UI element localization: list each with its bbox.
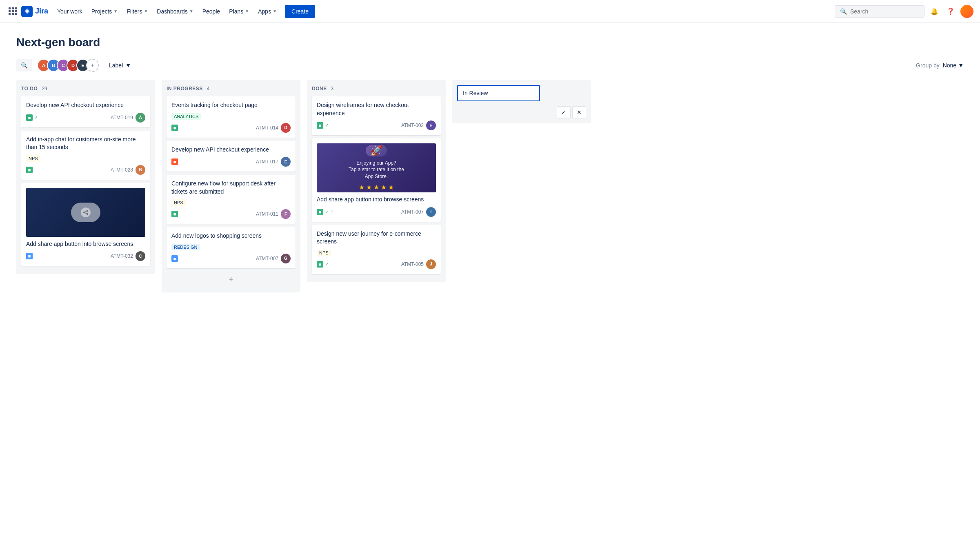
card-events-tracking[interactable]: Events tracking for checkout page ANALYT… [167,96,296,138]
card-id: ATMT-002 [401,123,424,128]
svg-point-1 [87,210,88,212]
story-icon: ■ [171,211,178,217]
label-filter-button[interactable]: Label ▼ [104,60,136,71]
grid-menu-button[interactable] [7,5,20,18]
column-in-review: ✓ ✕ [452,80,591,123]
column-inprogress-title: IN PROGRESS [167,86,203,91]
nav-your-work[interactable]: Your work [53,6,87,17]
story-icon: ■ [26,167,33,173]
column-done-count: 3 [331,86,334,91]
label-chevron-icon: ▼ [125,62,131,69]
apps-chevron: ▼ [273,9,277,13]
card-id: ATMT-017 [256,159,278,165]
card-footer: ■ ✓ ATMT-002 H [317,120,436,130]
share-button-demo [71,203,100,222]
card-id: ATMT-007 [256,256,278,261]
cancel-column-button[interactable]: ✕ [572,106,586,118]
card-title: Events tracking for checkout page [171,101,291,109]
card-id: ATMT-028 [111,167,133,173]
share-icon [81,207,91,217]
card-meta: ATMT-017 E [256,157,291,167]
card-avatar: J [426,259,436,269]
branch-icon: ⑂ [331,209,333,215]
card-id: ATMT-032 [111,253,133,259]
card-avatar: F [281,209,291,219]
card-meta: ATMT-007 G [256,254,291,263]
card-icons: ■ [171,255,178,262]
column-todo: TO DO 29 Develop new API checkout experi… [16,80,155,274]
story-icon: ■ [317,209,323,215]
column-todo-header: TO DO 29 [21,85,150,91]
board-search-icon: 🔍 [21,62,28,69]
story-icon: ■ [26,114,33,121]
card-user-journey[interactable]: Design new user journey for e-commerce s… [312,225,441,274]
jira-logo[interactable]: Jira [21,6,48,17]
card-meta: ATMT-019 A [111,113,145,123]
card-title: Add in-app chat for customers on-site mo… [26,136,145,152]
card-develop-api-inprogress[interactable]: Develop new API checkout experience ■ AT… [167,141,296,172]
card-icons: ■ [26,253,33,259]
create-button[interactable]: Create [285,5,315,18]
task-icon: ■ [26,253,33,259]
check-icon: ✓ [325,209,329,215]
task-icon: ■ [171,255,178,262]
plans-chevron: ▼ [245,9,249,13]
column-name-input[interactable] [463,90,534,96]
card-design-wireframes[interactable]: Design wireframes for new checkout exper… [312,96,441,135]
story-icon: ■ [317,261,323,268]
nav-projects[interactable]: Projects ▼ [87,6,122,17]
card-develop-api[interactable]: Develop new API checkout experience ■ ⑂ … [21,96,150,127]
search-input[interactable] [850,8,919,15]
card-footer: ■ ✓ ATMT-005 J [317,259,436,269]
group-by-chevron-icon: ▼ [958,62,964,69]
card-title: Design wireframes for new checkout exper… [317,101,436,117]
column-in-review-header [457,85,586,101]
group-by-select[interactable]: None ▼ [943,62,964,69]
nav-dashboards[interactable]: Dashboards ▼ [153,6,197,17]
card-title: Add share app button into browse screens [317,196,436,204]
svg-point-2 [83,212,85,213]
card-share-app-todo[interactable]: Add share app button into browse screens… [21,183,150,266]
add-card-button-inprogress[interactable]: + [167,272,296,288]
card-meta: ATMT-007 I [401,207,436,217]
confirm-column-button[interactable]: ✓ [557,106,571,118]
nav-apps[interactable]: Apps ▼ [254,6,281,17]
card-footer: ■ ATMT-007 G [171,254,291,263]
help-button[interactable]: ❓ [944,5,957,18]
search-box[interactable]: 🔍 [835,5,924,18]
nav-plans[interactable]: Plans ▼ [225,6,253,17]
card-title: Develop new API checkout experience [26,101,145,109]
projects-chevron: ▼ [113,9,118,13]
grid-icon [9,7,18,15]
card-id: ATMT-007 [401,209,424,215]
card-id: ATMT-014 [256,125,278,131]
card-footer: ■ ATMT-017 E [171,157,291,167]
card-title: Add new logos to shopping screens [171,232,291,240]
board-search-filter[interactable]: 🔍 [16,59,32,71]
card-new-logos[interactable]: Add new logos to shopping screens REDESI… [167,227,296,268]
kanban-board: TO DO 29 Develop new API checkout experi… [16,80,964,301]
card-avatar: A [136,113,145,123]
card-tag-analytics: ANALYTICS [171,113,201,120]
notifications-button[interactable]: 🔔 [928,5,941,18]
card-support-desk[interactable]: Configure new flow for support desk afte… [167,175,296,224]
bug-icon: ■ [171,158,178,165]
card-avatar: D [281,123,291,133]
svg-line-5 [85,213,87,214]
card-tag-nps: NPS [171,199,186,206]
card-share-app-done[interactable]: 🚀 Enjoying our App?Tap a star to rate it… [312,138,441,222]
card-title: Add share app button into browse screens [26,240,145,248]
add-person-button[interactable]: + [86,59,99,72]
user-avatar[interactable] [960,5,973,18]
card-icons: ■ [171,158,178,165]
nav-people[interactable]: People [198,6,224,17]
search-icon: 🔍 [840,8,847,15]
card-footer: ■ ATMT-011 F [171,209,291,219]
card-avatar: I [426,207,436,217]
card-avatar: C [136,251,145,261]
card-in-app-chat[interactable]: Add in-app chat for customers on-site mo… [21,131,150,180]
card-meta: ATMT-028 B [111,165,145,175]
card-icons: ■ [171,211,178,217]
page-content: Next-gen board 🔍 A B C D E + Label ▼ Gro… [0,23,980,314]
nav-filters[interactable]: Filters ▼ [122,6,152,17]
